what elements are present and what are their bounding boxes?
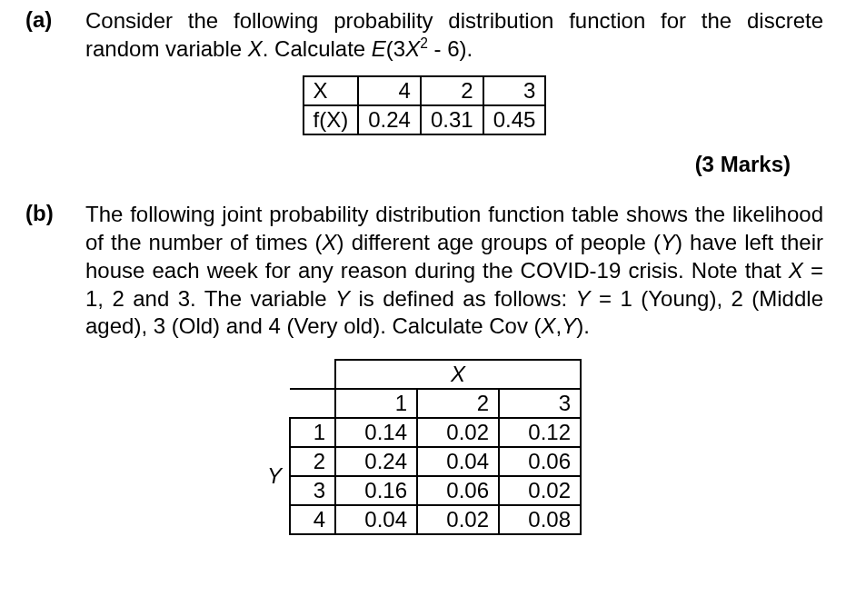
- exam-page: (a) Consider the following probability d…: [0, 0, 856, 535]
- blank-cell: [267, 389, 290, 418]
- cell: 0.02: [499, 476, 581, 505]
- expr-e: E: [372, 36, 386, 61]
- y-row-3: 3: [290, 476, 335, 505]
- table-row: 2 0.24 0.04 0.06: [267, 447, 581, 476]
- y-row-4: 4: [290, 505, 335, 534]
- x-col-1: 1: [335, 389, 417, 418]
- cell: 0.16: [335, 476, 417, 505]
- cell: 0.45: [483, 105, 546, 134]
- row-header-x: X: [304, 76, 359, 105]
- cell: 0.06: [499, 447, 581, 476]
- blank-cell: [267, 360, 290, 389]
- part-a: (a) Consider the following probability d…: [25, 7, 823, 63]
- pb-y2: Y: [335, 286, 350, 311]
- cell: 0.04: [335, 505, 417, 534]
- corner-cell: [290, 360, 335, 389]
- cell: 0.31: [421, 105, 483, 134]
- row-header-fx: f(X): [304, 105, 359, 134]
- y-row-1: 1: [290, 418, 335, 447]
- pb-y3: Y: [576, 286, 591, 311]
- y-header: Y: [267, 418, 290, 534]
- pb-y1: Y: [661, 230, 675, 254]
- part-a-body: Consider the following probability distr…: [85, 7, 823, 63]
- table-row: 1 2 3: [267, 389, 581, 418]
- expr-post: - 6).: [428, 36, 473, 61]
- pb-x2: X: [789, 258, 803, 283]
- table-row: X 4 2 3: [304, 76, 546, 105]
- x-header: X: [335, 360, 581, 389]
- pb-x3: X: [542, 313, 556, 338]
- table-row: X: [267, 360, 581, 389]
- cell: 0.04: [417, 447, 499, 476]
- corner-cell-2: [290, 389, 335, 418]
- cell: 0.14: [335, 418, 417, 447]
- cell: 0.02: [417, 418, 499, 447]
- x-col-3: 3: [499, 389, 581, 418]
- y-row-2: 2: [290, 447, 335, 476]
- expr-sup: 2: [420, 35, 428, 51]
- table-row: 4 0.04 0.02 0.08: [267, 505, 581, 534]
- pb-x1: X: [323, 230, 337, 254]
- table-row: 3 0.16 0.06 0.02: [267, 476, 581, 505]
- part-b-label: (b): [25, 201, 85, 226]
- cell: 4: [358, 76, 421, 105]
- part-a-table: X 4 2 3 f(X) 0.24 0.31 0.45: [303, 75, 547, 135]
- expr-pre: (3: [386, 36, 405, 61]
- var-x: X: [248, 36, 263, 61]
- pb-t2: ) different age groups of people (: [337, 230, 661, 254]
- cell: 0.06: [417, 476, 499, 505]
- cell: 0.12: [499, 418, 581, 447]
- table-row: Y 1 0.14 0.02 0.12: [267, 418, 581, 447]
- cell: 0.02: [417, 505, 499, 534]
- pb-t5: is defined as follows:: [350, 286, 576, 311]
- part-b-table: X 1 2 3 Y 1 0.14 0.02 0.12 2 0.24 0.04 0…: [267, 359, 582, 535]
- cell: 0.08: [499, 505, 581, 534]
- expr-x: X: [405, 36, 420, 61]
- pb-y4: Y: [562, 313, 576, 338]
- cell: 0.24: [335, 447, 417, 476]
- part-b-body: The following joint probability distribu…: [85, 201, 823, 341]
- table-row: f(X) 0.24 0.31 0.45: [304, 105, 546, 134]
- part-a-table-wrap: X 4 2 3 f(X) 0.24 0.31 0.45: [25, 75, 823, 135]
- x-col-2: 2: [417, 389, 499, 418]
- pb-end: ).: [576, 313, 590, 338]
- part-a-text-2: . Calculate: [263, 36, 372, 61]
- cell: 0.24: [358, 105, 421, 134]
- cell: 2: [421, 76, 483, 105]
- cell: 3: [483, 76, 546, 105]
- part-a-marks: (3 Marks): [25, 152, 791, 177]
- part-b-table-wrap: X 1 2 3 Y 1 0.14 0.02 0.12 2 0.24 0.04 0…: [25, 359, 823, 535]
- part-a-label: (a): [25, 7, 85, 33]
- part-b: (b) The following joint probability dist…: [25, 201, 823, 341]
